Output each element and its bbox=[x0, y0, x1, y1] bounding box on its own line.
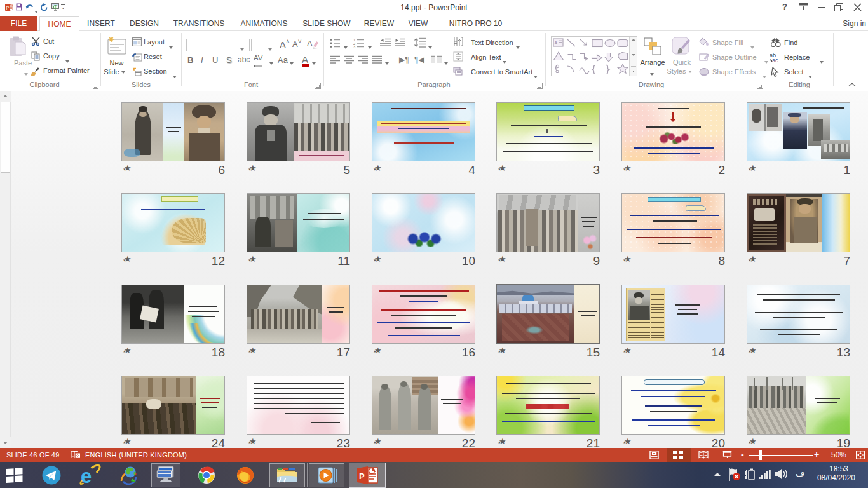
svg-text:P: P bbox=[359, 471, 365, 481]
svg-text:3: 3 bbox=[353, 45, 355, 48]
svg-text:e: e bbox=[81, 465, 92, 486]
svg-text:A: A bbox=[307, 39, 313, 48]
svg-text:ac: ac bbox=[772, 57, 778, 63]
